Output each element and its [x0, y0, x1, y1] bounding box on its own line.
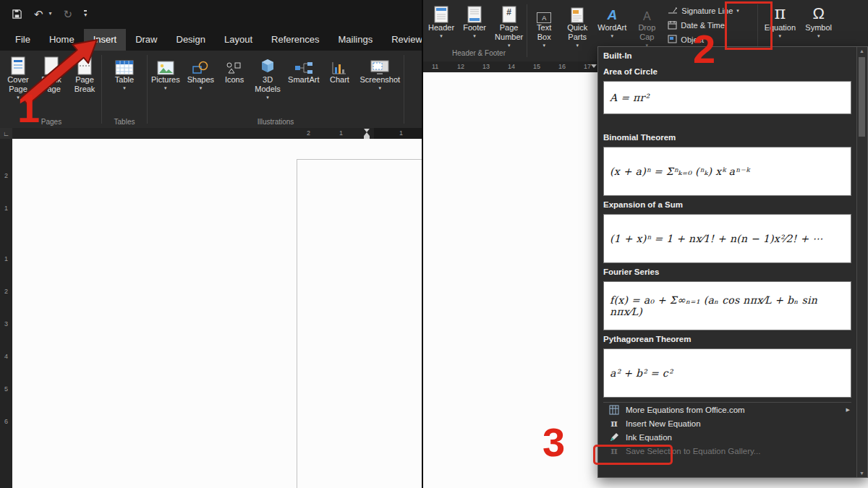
- chevron-down-icon: ▾: [379, 85, 382, 91]
- equation-preview-area-of-circle[interactable]: A = πr²: [603, 81, 851, 114]
- ink-pen-icon: [608, 432, 621, 442]
- page-top-edge: [297, 159, 422, 160]
- chevron-down-icon: ▾: [473, 33, 476, 39]
- equation-gallery-entry: Expansion of a Sum (1 + x)ⁿ = 1 + nx⁄1! …: [603, 200, 851, 263]
- equation-name: Expansion of a Sum: [603, 200, 851, 210]
- equation-name: Pythagorean Theorem: [603, 335, 851, 344]
- equation-preview-pythagorean-theorem[interactable]: a² + b² = c²: [603, 348, 851, 398]
- shapes-button[interactable]: Shapes ▾: [184, 52, 218, 117]
- 3d-models-button[interactable]: 3D Models ▾: [251, 52, 284, 117]
- 3d-models-icon: [260, 55, 276, 75]
- submenu-arrow-icon: ▶: [846, 407, 851, 413]
- scroll-up-icon[interactable]: ▲: [857, 48, 867, 53]
- undo-icon[interactable]: ↶: [34, 9, 43, 20]
- equation-name: Binomial Theorem: [603, 133, 851, 142]
- crop-seam: [422, 0, 423, 488]
- pictures-icon: [157, 55, 174, 75]
- symbol-omega-icon: Ω: [812, 3, 824, 23]
- horizontal-ruler-left: 2 1 1: [12, 128, 422, 139]
- table-button[interactable]: Table ▾: [108, 52, 141, 117]
- menu-item-more-equations[interactable]: More Equations from Office.com ▶: [603, 403, 851, 416]
- quick-parts-button[interactable]: Quick Parts ▾: [561, 0, 594, 61]
- pictures-button[interactable]: Pictures ▾: [148, 52, 184, 117]
- screenshot-button[interactable]: Screenshot ▾: [356, 52, 404, 117]
- group-label-pages: Pages: [1, 117, 101, 128]
- menu-item-insert-new-equation[interactable]: π Insert New Equation: [603, 416, 851, 430]
- footer-icon: [467, 3, 482, 23]
- equation-pi-icon: π: [774, 3, 786, 23]
- tab-mailings[interactable]: Mailings: [329, 29, 383, 51]
- save-icon[interactable]: [12, 9, 22, 20]
- office-gallery-icon: [608, 405, 621, 415]
- chevron-down-icon: ▾: [576, 43, 579, 48]
- equation-name: Area of Circle: [603, 67, 851, 77]
- icons-icon: [226, 55, 243, 75]
- page-number-icon: #: [502, 3, 516, 23]
- word-window: ↶ ▾ ↻ ▾ File Home Insert Draw Design Lay…: [0, 0, 868, 488]
- chevron-down-icon: ▾: [266, 95, 269, 100]
- text-box-button[interactable]: A Text Box ▾: [527, 0, 561, 61]
- tab-references[interactable]: References: [262, 29, 328, 51]
- tab-layout[interactable]: Layout: [215, 29, 262, 51]
- chevron-down-icon: ▾: [508, 43, 511, 48]
- quick-parts-icon: [571, 3, 584, 23]
- chevron-down-icon: ▾: [164, 85, 167, 91]
- equation-gallery-entry: Pythagorean Theorem a² + b² = c²: [603, 335, 851, 398]
- pi-icon: π: [608, 418, 621, 429]
- equation-gallery-entry: Binomial Theorem (x + a)ⁿ = Σⁿₖ₌₀ (ⁿₖ) x…: [603, 133, 851, 196]
- annotation-step-3: 3: [542, 422, 565, 463]
- chevron-down-icon: ▾: [779, 33, 782, 39]
- title-bar: ↶ ▾ ↻ ▾: [0, 0, 422, 27]
- scrollbar-thumb[interactable]: [859, 57, 865, 137]
- equation-gallery-entry: Area of Circle A = πr²: [603, 67, 851, 114]
- object-icon: [668, 35, 677, 45]
- annotation-step-2: 2: [693, 29, 715, 69]
- group-illustrations: Pictures ▾ Shapes ▾ Icons 3D Models ▾: [148, 51, 404, 128]
- date-time-icon: [668, 20, 677, 31]
- tab-design[interactable]: Design: [167, 29, 215, 51]
- scroll-down-icon[interactable]: ▼: [857, 471, 867, 476]
- menu-item-ink-equation[interactable]: Ink Equation: [603, 430, 851, 444]
- chevron-down-icon: ▾: [200, 85, 203, 91]
- document-canvas-left[interactable]: [12, 139, 422, 488]
- chevron-down-icon: ▾: [440, 33, 443, 39]
- group-label-tables: Tables: [102, 117, 147, 128]
- signature-line-icon: [668, 6, 678, 16]
- undo-chevron-icon[interactable]: ▾: [49, 11, 52, 17]
- wordart-icon: A: [607, 3, 617, 23]
- tab-draw[interactable]: Draw: [126, 29, 166, 51]
- indent-markers[interactable]: [364, 129, 370, 139]
- chevron-down-icon: ▾: [817, 33, 820, 39]
- equation-preview-fourier-series[interactable]: f(x) = a₀ + Σ∞ₙ₌₁ (aₙ cos nπx⁄L + bₙ sin…: [603, 281, 851, 330]
- annotation-step-1: 1: [17, 88, 40, 129]
- customize-quick-access-icon[interactable]: ▾: [84, 10, 87, 18]
- vertical-ruler: 2 1 1 2 3 4 5 6: [0, 139, 12, 488]
- shapes-icon: [192, 55, 209, 75]
- annotation-box-equation-button: [725, 1, 773, 50]
- group-separator: [404, 55, 404, 124]
- page-left-edge: [297, 159, 297, 488]
- chevron-down-icon: ▾: [123, 85, 126, 91]
- drop-cap-icon: A: [643, 3, 651, 23]
- annotation-box-ink-equation: [593, 445, 673, 465]
- equation-gallery-menu: Built-In Area of Circle A = πr² Binomial…: [597, 46, 868, 478]
- tab-selector[interactable]: ∟: [0, 128, 12, 139]
- redo-icon[interactable]: ↻: [64, 9, 73, 20]
- right-indent-marker[interactable]: [591, 64, 597, 68]
- menu-scrollbar[interactable]: ▲ ▼: [856, 47, 867, 477]
- menu-section-header: Built-In: [603, 51, 851, 63]
- icons-button[interactable]: Icons: [218, 52, 251, 117]
- equation-gallery-entry: Fourier Series f(x) = a₀ + Σ∞ₙ₌₁ (aₙ cos…: [603, 267, 851, 330]
- screenshot-icon: [370, 55, 389, 75]
- equation-name: Fourier Series: [603, 267, 851, 277]
- equation-preview-binomial-theorem[interactable]: (x + a)ⁿ = Σⁿₖ₌₀ (ⁿₖ) xᵏ aⁿ⁻ᵏ: [603, 147, 851, 196]
- smartart-icon: [294, 55, 313, 75]
- table-icon: [115, 55, 134, 75]
- header-icon: [434, 3, 448, 23]
- hash-glyph: #: [502, 7, 516, 17]
- chart-button[interactable]: Chart: [323, 52, 356, 117]
- smartart-button[interactable]: SmartArt: [284, 52, 323, 117]
- chart-icon: [331, 55, 347, 75]
- equation-preview-expansion-of-a-sum[interactable]: (1 + x)ⁿ = 1 + nx⁄1! + n(n − 1)x²⁄2! + ⋯: [603, 214, 851, 263]
- group-label-illustrations: Illustrations: [148, 117, 404, 128]
